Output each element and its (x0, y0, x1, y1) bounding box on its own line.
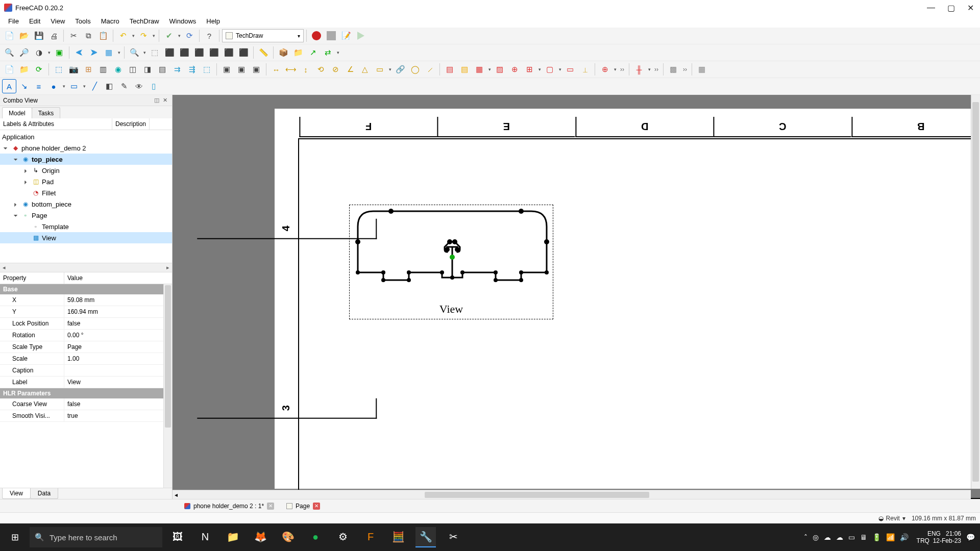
taskbar-app-notion[interactable]: N (195, 527, 215, 547)
prop-x[interactable]: X59.08 mm (0, 294, 172, 306)
annotation-icon[interactable]: A (2, 79, 16, 93)
prop-label[interactable]: LabelView (0, 377, 172, 388)
cosmetic-vertex-icon[interactable]: ╫ (632, 62, 646, 77)
stop-macro-icon[interactable] (324, 29, 338, 43)
left-view-icon[interactable]: ⬛ (236, 45, 251, 60)
redo-dd[interactable]: ▾ (151, 33, 156, 38)
tray-volume-icon[interactable]: 🔊 (900, 533, 909, 541)
menu-tools[interactable]: Tools (70, 16, 95, 27)
taskbar-app-spotify[interactable]: ● (305, 527, 326, 547)
active-view-icon[interactable]: 📷 (66, 62, 81, 77)
taskbar-app-explorer[interactable]: 📁 (223, 527, 243, 547)
menu-techdraw[interactable]: TechDraw (125, 16, 164, 27)
doc-tab-main-close[interactable]: ✕ (267, 503, 274, 510)
dim-diameter-icon[interactable]: ⊘ (328, 62, 342, 77)
dim-angle-icon[interactable]: ∠ (343, 62, 357, 77)
geom-hatch-icon[interactable]: ▨ (493, 62, 507, 77)
cosmetic-circle-icon[interactable]: ● (46, 79, 61, 93)
centerline-face-icon[interactable]: ▭ (67, 79, 81, 93)
export-page-dxf-icon[interactable]: ▤ (457, 62, 472, 77)
share-view-icon[interactable]: ⇶ (185, 62, 199, 77)
draw-style-dd[interactable]: ▾ (46, 50, 52, 55)
link-actions-dd[interactable]: ▾ (335, 50, 340, 55)
dim-extent-dd[interactable]: ▾ (387, 67, 393, 72)
page-default-icon[interactable]: 📄 (2, 62, 16, 77)
iso-view-icon[interactable]: ⬚ (148, 45, 162, 60)
tray-meet-icon[interactable]: ▭ (848, 533, 855, 541)
tray-chevron-icon[interactable]: ˄ (804, 533, 807, 541)
group-icon[interactable]: 📁 (291, 45, 305, 60)
extra-icon[interactable]: ▯ (146, 79, 161, 93)
prop-y[interactable]: Y160.94 mm (0, 306, 172, 318)
new-file-icon[interactable]: 📄 (2, 29, 16, 43)
tree-fillet[interactable]: ◔Fillet (0, 187, 172, 198)
decorate-icon[interactable]: ✎ (117, 79, 131, 93)
2point-line-icon[interactable]: ╱ (87, 79, 102, 93)
refresh-icon[interactable]: ⟳ (182, 29, 197, 43)
nav-back-icon[interactable]: ⮜ (72, 45, 86, 60)
prop-header-property[interactable]: Property (0, 272, 64, 284)
dim-extent-icon[interactable]: ▭ (373, 62, 387, 77)
combo-float-icon[interactable]: ◫ (153, 97, 161, 104)
nav-forward-icon[interactable]: ⮞ (87, 45, 101, 60)
macros-icon[interactable]: 📝 (339, 29, 353, 43)
viewport-hscroll[interactable]: ◂ (173, 490, 971, 499)
image-icon[interactable]: ⊞ (522, 62, 536, 77)
open-file-icon[interactable]: 📂 (17, 29, 31, 43)
record-macro-icon[interactable] (309, 29, 324, 43)
link-nav-icon[interactable]: ▦ (102, 45, 116, 60)
prop-tab-view[interactable]: View (2, 488, 31, 499)
fit-selection-icon[interactable]: 🔎 (17, 45, 31, 60)
workbench-selector[interactable]: TechDraw ▾ (222, 29, 304, 42)
export-page-svg-icon[interactable]: ▤ (443, 62, 457, 77)
rear-view-icon[interactable]: ⬛ (207, 45, 221, 60)
menu-windows[interactable]: Windows (164, 16, 202, 27)
taskbar-app-freecad[interactable]: 🔧 (415, 527, 436, 547)
tray-onedrive-icon[interactable]: ☁ (824, 533, 831, 541)
menu-file[interactable]: File (3, 16, 24, 27)
viewport-vscroll[interactable] (971, 95, 980, 489)
tree-hscroll[interactable]: ◂▸ (0, 263, 172, 272)
tray-wifi-icon[interactable]: 📶 (886, 533, 895, 541)
weld-symbol-icon[interactable]: ⟂ (578, 62, 592, 77)
dim-horizontal-icon[interactable]: ⟷ (284, 62, 298, 77)
landmark-dim-icon[interactable]: ⟋ (423, 62, 437, 77)
toolbar-overflow-3[interactable]: ›› (681, 66, 689, 73)
measure-icon[interactable]: 📏 (256, 45, 271, 60)
detail-view-icon[interactable]: ◉ (111, 62, 125, 77)
clip-add-icon[interactable]: ▣ (234, 62, 249, 77)
tree-doc[interactable]: ⏷◆phone holder_demo 2 (0, 142, 172, 154)
prop-caption[interactable]: Caption (0, 365, 172, 377)
toolbar-overflow-2[interactable]: ›› (652, 66, 660, 73)
zoom-dd[interactable]: ▾ (142, 50, 147, 55)
cosmetic-circle-dd[interactable]: ▾ (61, 84, 66, 89)
prop-scale[interactable]: Scale1.00 (0, 353, 172, 365)
prop-rotation[interactable]: Rotation0.00 ° (0, 330, 172, 341)
dim-angle3pt-icon[interactable]: △ (358, 62, 372, 77)
menu-view[interactable]: View (45, 16, 70, 27)
front-view-icon[interactable]: ⬛ (162, 45, 177, 60)
view-insert-icon[interactable]: ⬚ (52, 62, 66, 77)
taskbar-app-snip[interactable]: ✂ (443, 527, 463, 547)
tray-battery-icon[interactable]: 🔋 (872, 533, 881, 541)
minimize-button[interactable]: — (927, 3, 935, 13)
hatch-icon[interactable]: ▦ (472, 62, 486, 77)
cosmetic-eraser-icon[interactable]: ◧ (102, 79, 116, 93)
paste-icon[interactable]: 📋 (96, 29, 110, 43)
taskbar-app-paint[interactable]: 🎨 (278, 527, 298, 547)
tree-pad[interactable]: ⏵◫Pad (0, 176, 172, 187)
taskbar-app-calc[interactable]: 🧮 (388, 527, 408, 547)
taskbar-app-settings[interactable]: ⚙ (333, 527, 353, 547)
balloon-icon[interactable]: ◯ (408, 62, 422, 77)
prop-scale-type[interactable]: Scale TypePage (0, 341, 172, 353)
link-nav-dd[interactable]: ▾ (116, 50, 121, 55)
dim-length-icon[interactable]: ↔ (269, 62, 283, 77)
save-icon[interactable]: 💾 (32, 29, 46, 43)
drawing-page[interactable]: F E D C B 4 3 (275, 109, 980, 489)
clip-group-icon[interactable]: ▣ (219, 62, 234, 77)
tray-location-icon[interactable]: ◎ (813, 533, 819, 541)
menu-help[interactable]: Help (201, 16, 225, 27)
close-button[interactable]: ✕ (967, 3, 974, 13)
dim-vertical-icon[interactable]: ↕ (299, 62, 313, 77)
centerline-icon[interactable]: ⊕ (598, 62, 612, 77)
